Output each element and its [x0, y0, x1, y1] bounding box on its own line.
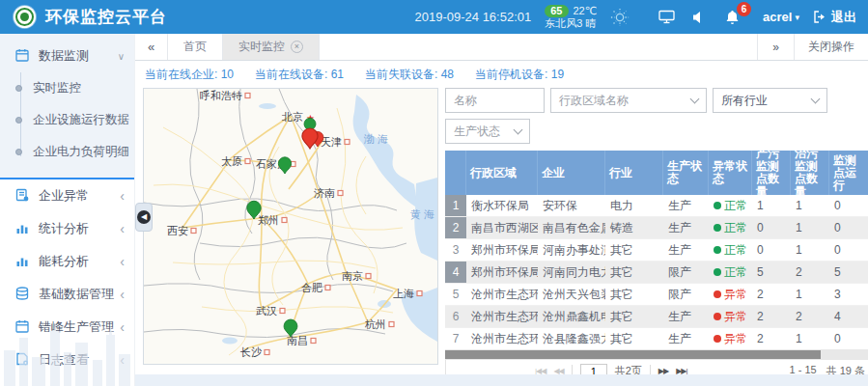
map-city-label: 杭州 — [364, 318, 386, 330]
cell-industry: 铸造 — [605, 217, 663, 238]
tab-close-icon[interactable]: × — [291, 41, 303, 53]
volume-icon[interactable] — [689, 8, 709, 27]
industry-filter-select[interactable]: 所有行业 — [713, 88, 827, 113]
sidebar-item-3[interactable]: 能耗分析‹ — [0, 245, 134, 278]
sidebar-item-label: 企业异常 — [39, 187, 89, 205]
region-filter-select[interactable]: 行政区域名称 — [550, 88, 707, 113]
status-dot-icon — [714, 313, 721, 320]
table-row[interactable]: 1衡水环保局安环保电力生产正常110 — [445, 195, 868, 217]
cell-region: 沧州市生态环保局 — [466, 284, 538, 305]
map-city-label: 呼和浩特 — [200, 90, 242, 101]
name-filter-input[interactable] — [454, 94, 536, 107]
name-filter-field[interactable] — [445, 88, 545, 113]
cell-company: 河南办事处演示 — [538, 239, 605, 261]
map-panel[interactable]: 呼和浩特北京★天津太原石家庄济南西安郑州南京合肥上海武汉杭州长沙南昌渤海黄海 ◀ — [143, 88, 438, 365]
status-dot-icon — [714, 202, 721, 209]
map-city-label: 南昌 — [287, 335, 308, 346]
map-city-label: 郑州 — [258, 214, 279, 226]
tabs-expand-button[interactable]: » — [757, 34, 794, 60]
bell-icon[interactable]: 6 — [722, 8, 742, 27]
cell-c3: 4 — [829, 306, 868, 327]
sidebar-item-6[interactable]: 日志查看‹ — [0, 344, 134, 376]
cell-industry: 其它 — [605, 239, 663, 261]
sidebar-item-label: 数据监测 — [39, 47, 89, 65]
tab-实时监控[interactable]: 实时监控× — [223, 34, 320, 60]
tab-首页[interactable]: 首页 — [168, 34, 223, 60]
table-row[interactable]: 7沧州市生态环保局沧县隆鑫强力加工厂其它生产异常210 — [445, 328, 868, 349]
status-dot-icon — [714, 224, 721, 232]
weather-text: 东北风3 晴 — [545, 17, 597, 30]
sidebar-subitem[interactable]: 企业电力负荷明细 — [0, 136, 134, 168]
sidebar-item-label: 能耗分析 — [39, 253, 89, 270]
cell-c3: 0 — [829, 239, 868, 261]
map-sea-label: 渤海 — [363, 133, 391, 145]
china-map[interactable]: 呼和浩特北京★天津太原石家庄济南西安郑州南京合肥上海武汉杭州长沙南昌渤海黄海 — [144, 89, 437, 364]
table-row[interactable]: 2南昌市西湖区环保局南昌有色金属有限公司铸造生产正常010 — [445, 217, 868, 239]
cell-region: 衡水环保局 — [466, 195, 538, 216]
sun-icon — [610, 8, 630, 27]
bullet-icon — [15, 117, 22, 124]
map-city-label: 济南 — [314, 187, 335, 199]
sidebar-item-0[interactable]: 数据监测∨ — [0, 40, 134, 72]
monitor-icon[interactable] — [657, 8, 676, 27]
notification-badge[interactable]: 6 — [737, 2, 751, 16]
map-collapse-button[interactable]: ◀ — [135, 203, 153, 232]
sidebar-item-4[interactable]: 基础数据管理‹ — [0, 278, 134, 311]
cell-company: 安环保 — [538, 195, 605, 216]
bullet-icon — [15, 149, 22, 155]
sidebar-item-5[interactable]: 错峰生产管理‹ — [0, 311, 134, 344]
status-filter-select[interactable]: 生产状态 — [445, 119, 530, 144]
status-dot-icon — [714, 290, 721, 298]
cell-c3: 0 — [829, 217, 868, 238]
sidebar-item-label: 基础数据管理 — [39, 286, 114, 303]
sidebar-subitem[interactable]: 实时监控 — [0, 72, 134, 104]
cell-c3: 5 — [829, 262, 868, 283]
monitor-table-panel: 行政区域名称 所有行业 生产状态 行政区域企业行业生产状态异常状态产污监测点数量… — [445, 88, 868, 378]
map-city-label: 武汉 — [256, 305, 277, 317]
stats-row: 当前在线企业: 10当前在线设备: 61当前失联设备: 48当前停机设备: 19 — [135, 64, 868, 85]
status-dot-icon — [714, 246, 721, 254]
city-dot-icon — [245, 94, 250, 98]
table-row[interactable]: 5沧州市生态环保局沧州天兴包装制品厂其它限产异常213 — [445, 284, 868, 306]
sidebar-item-2[interactable]: 统计分析‹ — [0, 212, 134, 245]
sidebar-subitem[interactable]: 企业设施运行数据 — [0, 104, 134, 136]
grid-header-row: 行政区域企业行业生产状态异常状态产污监测点数量治污监测点数量监测点运行 — [445, 151, 868, 195]
chevron-left-icon: ‹ — [120, 287, 125, 302]
user-menu[interactable]: acrel▾ — [763, 10, 799, 24]
stat-item: 当前在线设备: 61 — [255, 67, 344, 83]
column-header: 产污监测点数量 — [752, 151, 791, 195]
chevron-down-icon — [514, 125, 523, 135]
logout-button[interactable]: 退出 — [813, 9, 856, 26]
row-number: 6 — [445, 306, 466, 327]
city-dot-icon — [338, 191, 343, 196]
map-city-label: 长沙 — [239, 346, 263, 358]
cell-c2: 1 — [791, 195, 829, 216]
cell-c3: 3 — [829, 284, 868, 305]
cell-c3: 0 — [829, 328, 868, 349]
sidebar: 数据监测∨实时监控企业设施运行数据企业电力负荷明细企业异常‹统计分析‹能耗分析‹… — [0, 34, 135, 386]
cell-company: 南昌有色金属有限公司 — [538, 217, 605, 238]
app-header: 环保监控云平台 2019-09-24 16:52:01 65 22℃ 东北风3 … — [0, 0, 868, 34]
cell-c1: 2 — [752, 284, 791, 305]
cell-c1: 0 — [752, 217, 791, 238]
cell-region: 沧州市生态环保局 — [466, 328, 538, 349]
bar-chart-icon — [15, 221, 29, 237]
table-row[interactable]: 4郑州市环保局河南同力电力设备有限公司其它限产正常525 — [445, 262, 868, 284]
chevron-down-icon: ▾ — [795, 13, 799, 22]
tabs-collapse-button[interactable]: « — [135, 34, 168, 60]
clipboard-icon — [15, 188, 29, 205]
table-row[interactable]: 3郑州市环保局河南办事处演示其它生产正常010 — [445, 239, 868, 262]
chevron-down-icon — [690, 95, 700, 104]
sidebar-item-label: 日志查看 — [39, 351, 89, 369]
chevron-left-icon: ‹ — [120, 221, 125, 236]
horizontal-scrollbar[interactable] — [445, 349, 868, 360]
cell-abnormal-status: 异常 — [709, 306, 752, 327]
map-city-label: 南京 — [342, 270, 363, 282]
column-header: 异常状态 — [709, 151, 752, 195]
sidebar-item-1[interactable]: 企业异常‹ — [0, 179, 134, 212]
table-row[interactable]: 6沧州市生态环保局沧州鼎鑫机电设备有限公司其它生产异常224 — [445, 306, 868, 328]
cell-abnormal-status: 正常 — [709, 239, 752, 261]
cell-status: 生产 — [663, 217, 709, 238]
cell-c1: 2 — [752, 306, 791, 327]
close-operations-button[interactable]: 关闭操作 — [794, 34, 868, 60]
